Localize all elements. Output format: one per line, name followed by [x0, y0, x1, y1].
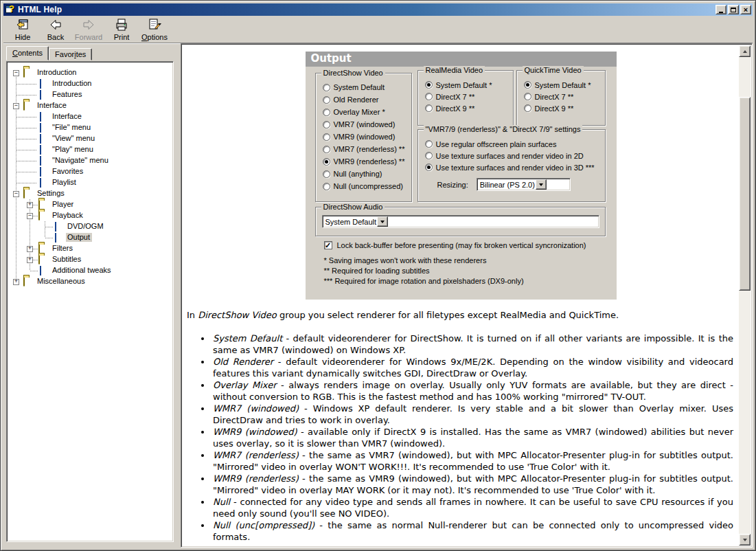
tree-item-dvd-ogm[interactable]: DVD/OGM [7, 221, 173, 232]
tree-item-interface-page[interactable]: Interface [7, 111, 173, 122]
scroll-down-button[interactable] [739, 534, 751, 546]
close-icon: × [744, 6, 748, 14]
tab-contents[interactable]: Contents [6, 46, 49, 60]
page-icon [40, 90, 41, 100]
radio-qt-directx9[interactable]: DirectX 9 ** [517, 102, 605, 114]
folder-open-icon [23, 189, 25, 199]
radio-icon [524, 104, 531, 112]
tree-item-settings-book[interactable]: −Settings [7, 188, 173, 199]
tree-item-features[interactable]: Features [7, 89, 173, 100]
radio-overlay-mixer[interactable]: Overlay Mixer * [316, 106, 411, 118]
options-button-label: Options [141, 33, 168, 41]
radio-vmr9-renderless[interactable]: VMR9 (renderless) ** [316, 155, 411, 168]
tree-item-subtitles[interactable]: +Subtitles [7, 254, 173, 265]
forward-button-label: Forward [75, 33, 102, 41]
forward-arrow-icon [82, 18, 95, 33]
radio-null-anything[interactable]: Null (anything) [316, 168, 411, 180]
folder-closed-icon [38, 200, 40, 210]
radio-vmr7-windowed[interactable]: VMR7 (windowed) [316, 118, 411, 131]
vertical-scrollbar[interactable] [739, 45, 751, 546]
tree-item-player[interactable]: +Player [7, 199, 173, 210]
radio-vmr9-windowed[interactable]: VMR9 (windowed) [316, 131, 411, 143]
scroll-down-icon [743, 539, 747, 541]
folder-closed-icon [38, 244, 40, 254]
radio-icon [323, 84, 330, 91]
tree-item-interface-book[interactable]: −Interface [7, 100, 173, 111]
radio-icon [425, 140, 433, 148]
page-icon [40, 123, 41, 133]
resizing-dropdown[interactable]: Bilinear (PS 2.0) [477, 178, 571, 191]
expand-icon[interactable]: + [27, 257, 33, 263]
contents-tree: −Introduction Introduction Features −Int… [6, 61, 174, 542]
expand-icon[interactable]: + [27, 202, 33, 208]
close-button[interactable]: × [740, 5, 751, 14]
page-icon [40, 266, 41, 276]
tree-item-additional-tweaks[interactable]: Additional tweaks [7, 265, 173, 276]
minimize-button[interactable] [715, 5, 726, 14]
tab-favorites[interactable]: Favorites [49, 48, 92, 60]
radio-texture-3d[interactable]: Use texture surfaces and render video in… [418, 161, 605, 173]
radio-system-default[interactable]: System Default [316, 81, 411, 93]
topic-pane: Output DirectShow Video System Default O… [181, 43, 753, 548]
dropdown-arrow-icon[interactable] [536, 179, 547, 190]
hide-button[interactable]: Hide [6, 18, 39, 42]
tree-item-filters[interactable]: +Filters [7, 243, 173, 254]
audio-renderer-dropdown[interactable]: System Default [322, 215, 599, 228]
tree-item-file-menu[interactable]: "File" menu [7, 122, 173, 133]
tree-item-navigate-menu[interactable]: "Navigate" menu [7, 155, 173, 166]
collapse-icon[interactable]: − [13, 191, 19, 197]
tree-item-view-menu[interactable]: "View" menu [7, 133, 173, 144]
radio-vmr7-renderless[interactable]: VMR7 (renderless) ** [316, 143, 411, 155]
tree-item-miscellaneous[interactable]: +Miscellaneous [7, 276, 173, 287]
minimize-icon [719, 12, 723, 13]
tree-item-output[interactable]: Output [7, 232, 173, 243]
radio-rm-system-default[interactable]: System Default * [418, 79, 513, 91]
radio-icon [323, 170, 330, 178]
options-button[interactable]: Options [138, 18, 171, 42]
footnote-3: *** Required for image rotation and pixe… [324, 276, 524, 286]
folder-open-icon [23, 68, 25, 78]
list-item: WMR9 (renderless) - the same as VMR9 (wi… [211, 473, 733, 496]
scrollbar-thumb[interactable] [739, 97, 751, 291]
navigation-pane: Contents Favorites −Introduction Introdu… [3, 45, 178, 548]
radio-offscreen-surfaces[interactable]: Use regular offscreen plain surfaces [418, 138, 605, 150]
radio-null-uncompressed[interactable]: Null (uncompressed) [316, 180, 411, 192]
printer-icon [115, 18, 128, 33]
radio-icon [425, 152, 433, 159]
footnotes: * Saving images won't work with these re… [324, 256, 524, 286]
tree-item-favorites[interactable]: Favorites [7, 166, 173, 177]
expand-icon[interactable]: + [27, 246, 33, 252]
group-realmedia-video: RealMedia Video System Default * DirectX… [417, 70, 514, 126]
collapse-icon[interactable]: − [13, 103, 19, 109]
window-title: HTML Help [18, 5, 62, 14]
radio-icon [323, 133, 330, 141]
title-bar[interactable]: ? HTML Help × [3, 3, 753, 16]
list-item: Null (unc[ompressed]) - the same as norm… [211, 519, 733, 543]
folder-open-icon [23, 101, 25, 111]
radio-rm-directx7[interactable]: DirectX 7 ** [418, 91, 513, 102]
collapse-icon[interactable]: − [27, 213, 33, 219]
expand-icon[interactable]: + [13, 279, 19, 285]
radio-rm-directx9[interactable]: DirectX 9 ** [418, 102, 513, 114]
dropdown-arrow-icon[interactable] [377, 216, 388, 227]
hide-button-label: Hide [15, 33, 31, 41]
maximize-button[interactable] [728, 5, 739, 14]
back-arrow-icon [49, 18, 62, 33]
radio-icon [323, 121, 330, 128]
forward-button[interactable]: Forward [72, 18, 105, 42]
tree-item-introduction-book[interactable]: −Introduction [7, 67, 173, 78]
radio-old-renderer[interactable]: Old Renderer [316, 93, 411, 106]
topic-text: In DirectShow Video group you select ren… [183, 300, 739, 543]
collapse-icon[interactable]: − [13, 70, 19, 76]
tree-item-introduction-page[interactable]: Introduction [7, 78, 173, 89]
scroll-up-button[interactable] [739, 45, 751, 57]
radio-texture-2d[interactable]: Use texture surfaces and render video in… [418, 150, 605, 161]
radio-qt-system-default[interactable]: System Default * [517, 79, 605, 91]
tree-item-playback[interactable]: −Playback [7, 210, 173, 221]
tree-item-playlist[interactable]: Playlist [7, 177, 173, 188]
radio-qt-directx7[interactable]: DirectX 7 ** [517, 91, 605, 102]
print-button[interactable]: Print [105, 18, 138, 42]
back-button[interactable]: Back [39, 18, 72, 42]
tree-item-play-menu[interactable]: "Play" menu [7, 144, 173, 155]
lock-backbuffer-checkbox[interactable]: ✓ Lock back-buffer before presenting (ma… [324, 241, 586, 249]
